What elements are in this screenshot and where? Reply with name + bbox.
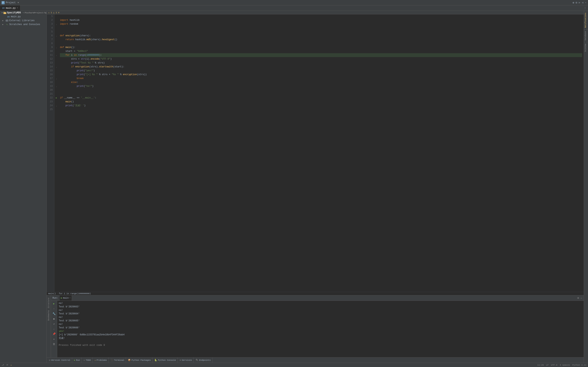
bottom-tab-endpoints[interactable]: 🔌 Endpoints xyxy=(194,358,212,363)
code-line-8 xyxy=(60,42,582,45)
trash-btn[interactable]: 🗑 xyxy=(52,342,56,346)
py-file-icon: py xyxy=(2,7,5,9)
output-line-5: no! xyxy=(59,316,582,319)
bottom-tab-terminal-label: Terminal xyxy=(114,359,124,361)
split2-icon[interactable]: ⊣ xyxy=(582,1,583,4)
bottom-tab-services-label: Services xyxy=(182,359,192,361)
status-line-ending[interactable]: LF xyxy=(546,364,549,366)
scroll-down-btn[interactable]: ↓ xyxy=(52,327,56,331)
bottom-tab-packages-label: Python Packages xyxy=(131,359,151,361)
packages-icon: 📦 xyxy=(128,359,131,361)
bottom-tab-services[interactable]: ⚙ Services xyxy=(178,358,194,363)
bottom-tab-terminal[interactable]: ⬛ Terminal xyxy=(109,358,126,363)
bottom-tab-run[interactable]: ▶ Run xyxy=(72,358,82,363)
stop-btn[interactable]: ◼ xyxy=(52,317,56,321)
warning-icon: ⚠ xyxy=(48,11,50,14)
bottom-tab-python-packages[interactable]: 📦 Python Packages xyxy=(126,358,152,363)
breadcrumb-for: for i in range(100000000) xyxy=(59,292,91,295)
project-dropdown[interactable]: ▼ xyxy=(17,1,19,4)
chevron-down-icon: ▼ xyxy=(1,12,3,14)
editor-area: ⚠ 1 △ 1 ∨ 1 2 3 4 5 6 7 8 9 10 11 12 13 … xyxy=(47,11,584,363)
sidebar-project-path: ~/PycharmProject/SpecifyMD5 xyxy=(23,12,47,14)
run-minimize-icon[interactable]: – xyxy=(581,297,582,300)
output-line-1: no! xyxy=(59,301,582,305)
sciview-panel-btn[interactable]: SciView xyxy=(584,42,588,53)
run-label: Run: xyxy=(52,297,58,300)
star-btn[interactable]: ★ xyxy=(52,337,56,341)
code-content[interactable]: import hashlib import random def encrypt… xyxy=(58,14,584,292)
terminal-icon: ⬛ xyxy=(111,359,113,361)
titlebar-tools: ⚙ ⊡ ⊢ ⊣ – xyxy=(573,1,587,4)
sidebar-project-root[interactable]: ▼ SpecifyMD5 ~/PycharmProject/SpecifyMD5 xyxy=(0,11,46,15)
output-line-10: [+] b'2020666' 6d0bc1153791aa2b4e18b4f34… xyxy=(59,333,582,336)
structure-btn[interactable]: Structure xyxy=(47,297,50,309)
warning-count: 1 xyxy=(51,11,52,14)
status-indent[interactable]: 4 spaces xyxy=(560,364,570,366)
status-python-version[interactable]: Python 3.11 xyxy=(572,364,587,366)
sidebar-item-scratches[interactable]: ▶ ✎ Scratches and Consoles xyxy=(0,23,46,26)
run-settings-icon[interactable]: ⚙ xyxy=(577,296,579,300)
scroll-up-btn[interactable]: ↑ xyxy=(52,307,56,311)
run-tab-close-btn[interactable]: × xyxy=(69,297,70,299)
bottom-tab-python-console[interactable]: 🐍 Python Console xyxy=(153,358,178,363)
code-line-15: print("yes!") xyxy=(60,69,582,73)
run-tab-main[interactable]: ▶ main × xyxy=(60,295,72,300)
output-line-7: no! xyxy=(59,323,582,326)
rerun-btn[interactable]: ↺ xyxy=(52,322,56,326)
chevron-right-icon: ▶ xyxy=(2,19,5,22)
tab-main-py[interactable]: py main.py × xyxy=(0,5,20,11)
version-control-icon: ◎ xyxy=(49,359,50,361)
python-console-icon: 🐍 xyxy=(154,359,157,361)
sidebar: ▼ SpecifyMD5 ~/PycharmProject/SpecifyMD5… xyxy=(0,11,47,363)
bottom-tab-problems-label: Problems xyxy=(97,359,107,361)
chevron-right-scratches-icon: ▶ xyxy=(2,23,5,26)
py-icon: py xyxy=(7,15,10,18)
settings-icon[interactable]: ⚙ xyxy=(573,1,574,4)
run-tab-name: main xyxy=(63,297,69,300)
code-line-17: break xyxy=(60,76,582,80)
folder-icon xyxy=(3,11,6,14)
output-line-12: Process finished with exit code 0 xyxy=(59,343,582,347)
bottom-tab-endpoints-label: Endpoints xyxy=(199,359,211,361)
sidebar-scratches-label: Scratches and Consoles xyxy=(9,23,40,26)
code-line-9: def main(): xyxy=(60,45,582,49)
bottom-tab-run-label: Run xyxy=(76,359,80,361)
code-line-16: print("[+] %s " % strs + "%s " % encrypt… xyxy=(60,73,582,76)
run-tab-icon: ▶ xyxy=(61,297,62,300)
code-gutter: ⌟ ⌟ ⌟ ⌟ ⌟ ⌟ ⌟ ▶ ⌟ xyxy=(54,14,58,292)
sidebar-item-external-libs[interactable]: ▶ External Libraries xyxy=(0,19,46,23)
minimize-icon[interactable]: – xyxy=(585,1,587,4)
database-panel-btn[interactable]: Database xyxy=(584,29,588,42)
run-btn[interactable]: ▶ xyxy=(52,301,56,306)
run-body: ▶ ↑ 🔧 ◼ ↺ ↓ 📌 ★ 🗑 no! Test b'2020663' xyxy=(51,301,584,357)
tab-close-btn[interactable]: × xyxy=(17,7,18,9)
pin-btn[interactable]: 📌 xyxy=(52,332,56,336)
bottom-tab-todo[interactable]: ☑ TODO xyxy=(82,358,93,363)
project-label[interactable]: Project xyxy=(6,1,16,4)
main-area: ▼ SpecifyMD5 ~/PycharmProject/SpecifyMD5… xyxy=(0,11,588,363)
status-time: 11:29 xyxy=(537,364,544,366)
sidebar-item-mainpy[interactable]: py main.py xyxy=(0,15,46,19)
breadcrumb-main: main() xyxy=(48,292,56,295)
bookmarks-btn[interactable]: Bookmarks xyxy=(47,309,50,321)
bottom-tab-console-label: Python Console xyxy=(158,359,176,361)
notifications-panel-btn[interactable]: Notifications xyxy=(584,11,588,29)
code-line-12: strs = str(i).encode("UTF-8") xyxy=(60,57,582,61)
bottom-tab-problems[interactable]: ⚠ Problems xyxy=(93,358,109,363)
status-encoding[interactable]: UTF-8 xyxy=(551,364,557,366)
code-line-10: start = "6d0bc1" xyxy=(60,49,582,53)
code-editor[interactable]: 1 2 3 4 5 6 7 8 9 10 11 12 13 14 15 16 1… xyxy=(47,14,584,292)
layout-icon[interactable]: ⊡ xyxy=(576,1,577,4)
split-icon[interactable]: ⊢ xyxy=(579,1,580,4)
warning-chevron[interactable]: ∨ xyxy=(58,11,60,14)
output-line-9: yes! xyxy=(59,330,582,333)
tab-more-btn[interactable]: ⋮ xyxy=(582,6,588,10)
services-icon: ⚙ xyxy=(180,359,181,361)
code-line-19: print("no!") xyxy=(60,84,582,88)
code-line-21 xyxy=(60,92,582,96)
run-panel: Structure Bookmarks Run: ▶ main × ⚙ – xyxy=(47,295,584,357)
status-bar: ⎇ ⟳ ⚠ 11:29 LF UTF-8 4 spaces Python 3.1… xyxy=(0,363,588,367)
wrench-icon[interactable]: 🔧 xyxy=(52,312,56,316)
lib-icon xyxy=(5,19,9,22)
bottom-tab-version-control[interactable]: ◎ Version Control xyxy=(47,358,72,363)
